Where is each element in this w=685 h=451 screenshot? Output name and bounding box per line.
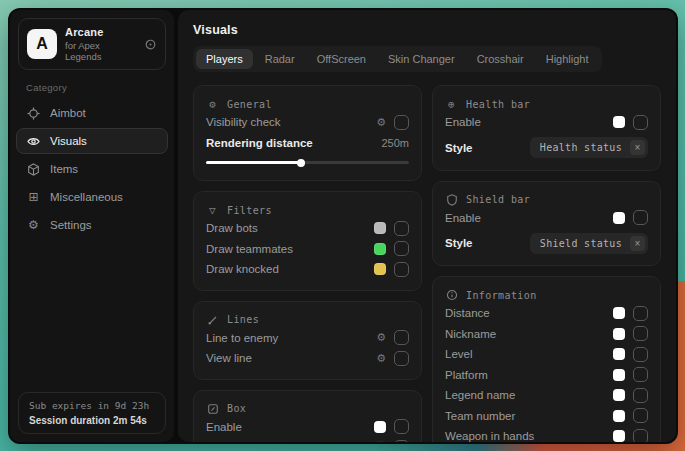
checkbox-box-enable[interactable] <box>394 419 409 434</box>
setting-row-shield-style: Style Shield status × <box>445 231 648 255</box>
color-swatch[interactable] <box>613 116 625 128</box>
gear-icon[interactable]: ⚙ <box>376 117 386 128</box>
sidebar-item-label: Visuals <box>50 135 87 147</box>
color-swatch[interactable] <box>374 441 386 442</box>
color-swatch[interactable] <box>613 410 625 422</box>
setting-label: Enable <box>445 116 481 128</box>
checkbox-weapon-in-hands[interactable] <box>633 429 648 442</box>
shield-icon <box>445 194 458 206</box>
sidebar-nav: Aimbot Visuals Items ⊞ <box>10 100 174 238</box>
card-box-header: Box <box>206 401 409 417</box>
color-swatch[interactable] <box>613 389 625 401</box>
package-icon <box>26 163 41 176</box>
slider-thumb[interactable] <box>297 159 305 167</box>
app-subtitle: for Apex Legends <box>65 40 136 62</box>
sidebar-item-items[interactable]: Items <box>16 156 168 182</box>
color-swatch[interactable] <box>374 421 386 433</box>
card-lines-header: Lines <box>206 312 409 328</box>
app-title: Arcane <box>65 26 136 38</box>
setting-label: Enable <box>445 212 481 224</box>
color-swatch[interactable] <box>374 222 386 234</box>
checkbox-platform[interactable] <box>633 367 648 382</box>
checkbox-draw-knocked[interactable] <box>394 262 409 277</box>
setting-row-health-enable: Enable <box>445 112 648 133</box>
setting-row-rendering-distance: Rendering distance 250m <box>206 133 409 154</box>
checkbox-distance[interactable] <box>633 306 648 321</box>
setting-label: View line <box>206 352 252 364</box>
setting-label: Rendering distance <box>206 137 313 149</box>
checkbox-box-background[interactable] <box>394 440 409 442</box>
setting-row-team-number: Team number <box>445 406 648 427</box>
color-swatch[interactable] <box>613 328 625 340</box>
setting-row-draw-bots: Draw bots <box>206 218 409 239</box>
sidebar-item-miscellaneous[interactable]: ⊞ Miscellaneous <box>16 184 168 210</box>
checkbox-team-number[interactable] <box>633 408 648 423</box>
checkbox-line-to-enemy[interactable] <box>394 330 409 345</box>
setting-label: Visibility check <box>206 116 281 128</box>
tab-radar[interactable]: Radar <box>255 49 305 69</box>
color-swatch[interactable] <box>374 263 386 275</box>
color-swatch[interactable] <box>613 430 625 442</box>
section-title: Filters <box>227 205 272 216</box>
session-duration-text: Session duration 2m 54s <box>29 415 155 426</box>
setting-label: Weapon in hands <box>445 430 534 442</box>
close-icon[interactable]: × <box>630 140 645 155</box>
close-icon[interactable]: × <box>630 236 645 251</box>
checkbox-nickname[interactable] <box>633 326 648 341</box>
shield-style-select[interactable]: Shield status × <box>530 233 648 254</box>
section-title: General <box>227 99 272 110</box>
color-swatch[interactable] <box>613 212 625 224</box>
setting-label: Style <box>445 142 473 154</box>
color-swatch[interactable] <box>613 369 625 381</box>
setting-label: Level <box>445 348 473 360</box>
diagonal-line-icon <box>206 314 219 326</box>
checkbox-visibility-check[interactable] <box>394 115 409 130</box>
checkbox-health-enable[interactable] <box>633 115 648 130</box>
tab-highlight[interactable]: Highlight <box>536 49 599 69</box>
select-value: Shield status <box>540 238 622 249</box>
card-lines: Lines Line to enemy ⚙ View line ⚙ <box>193 301 422 380</box>
setting-row-distance: Distance <box>445 303 648 324</box>
health-style-select[interactable]: Health status × <box>530 137 648 158</box>
sub-expires-text: Sub expires in 9d 23h <box>29 400 155 411</box>
rendering-distance-slider[interactable] <box>206 161 409 164</box>
gear-icon[interactable]: ⚙ <box>376 353 386 364</box>
checkbox-shield-enable[interactable] <box>633 210 648 225</box>
checkbox-legend-name[interactable] <box>633 388 648 403</box>
section-title: Box <box>227 403 246 414</box>
sidebar-item-visuals[interactable]: Visuals <box>16 128 168 154</box>
grid-icon: ⊞ <box>26 190 41 204</box>
tab-offscreen[interactable]: OffScreen <box>307 49 376 69</box>
tab-skin-changer[interactable]: Skin Changer <box>378 49 465 69</box>
setting-row-weapon-in-hands: Weapon in hands <box>445 426 648 442</box>
section-title: Lines <box>227 314 259 325</box>
checkbox-draw-teammates[interactable] <box>394 241 409 256</box>
target-icon[interactable] <box>144 38 157 51</box>
sidebar: A Arcane for Apex Legends Category Aimbo… <box>10 10 174 442</box>
sidebar-item-label: Miscellaneous <box>50 191 123 203</box>
card-filters: ▽ Filters Draw bots Draw teammates <box>193 191 422 291</box>
checkbox-level[interactable] <box>633 347 648 362</box>
app-window: A Arcane for Apex Legends Category Aimbo… <box>8 8 678 444</box>
eye-icon <box>26 135 41 148</box>
sidebar-item-settings[interactable]: ⚙ Settings <box>16 212 168 238</box>
setting-label: Draw knocked <box>206 263 279 275</box>
tab-crosshair[interactable]: Crosshair <box>467 49 534 69</box>
setting-row-line-to-enemy: Line to enemy ⚙ <box>206 328 409 349</box>
sidebar-item-aimbot[interactable]: Aimbot <box>16 100 168 126</box>
page-title: Visuals <box>193 23 661 37</box>
tab-players[interactable]: Players <box>196 49 253 69</box>
sidebar-item-label: Settings <box>50 219 92 231</box>
gear-icon[interactable]: ⚙ <box>376 332 386 343</box>
color-swatch[interactable] <box>613 348 625 360</box>
setting-row-visibility-check: Visibility check ⚙ <box>206 112 409 133</box>
section-title: Health bar <box>466 99 530 110</box>
checkbox-draw-bots[interactable] <box>394 221 409 236</box>
main-panel: Visuals Players Radar OffScreen Skin Cha… <box>178 10 676 442</box>
color-swatch[interactable] <box>613 307 625 319</box>
checkbox-view-line[interactable] <box>394 351 409 366</box>
setting-label: Platform <box>445 369 488 381</box>
color-swatch[interactable] <box>374 243 386 255</box>
sidebar-item-label: Aimbot <box>50 107 86 119</box>
setting-label: Enable background <box>206 441 313 442</box>
